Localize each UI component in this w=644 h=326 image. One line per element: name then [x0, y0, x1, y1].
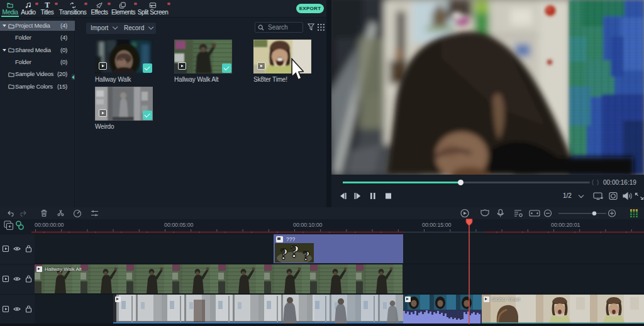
svg-text:?: ?: [280, 245, 288, 263]
svg-text:?: ?: [303, 247, 310, 263]
svg-text:?: ?: [290, 243, 299, 261]
